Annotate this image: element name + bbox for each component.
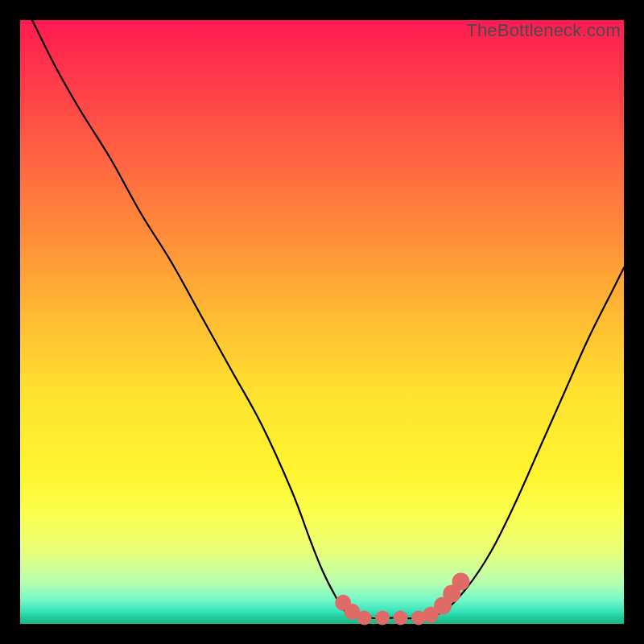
optimum-marker-group bbox=[335, 573, 469, 625]
bottleneck-curve-plot bbox=[20, 20, 624, 624]
curve-group bbox=[32, 20, 624, 618]
optimum-marker bbox=[357, 611, 372, 625]
optimum-marker bbox=[452, 573, 470, 591]
optimum-marker bbox=[394, 611, 408, 625]
watermark-label: TheBottleneck.com bbox=[466, 20, 621, 41]
bottleneck-curve bbox=[32, 20, 624, 618]
chart-frame: TheBottleneck.com bbox=[20, 20, 624, 624]
optimum-marker bbox=[375, 611, 390, 625]
